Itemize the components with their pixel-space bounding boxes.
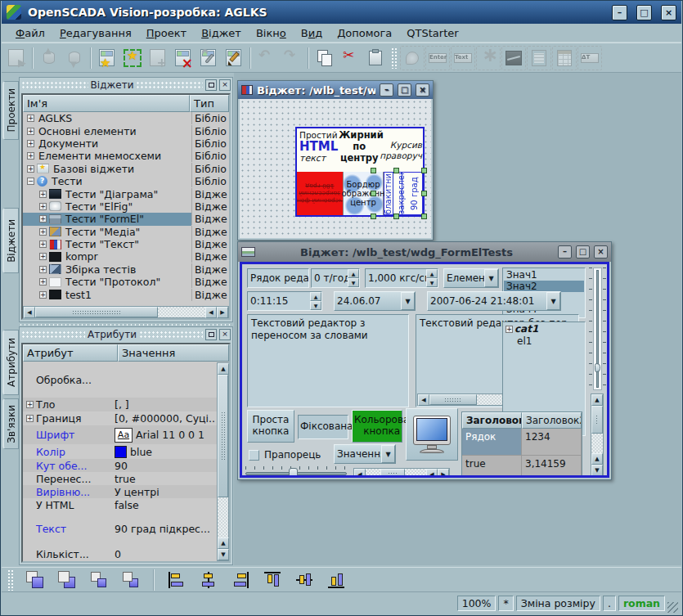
italic-right-text-cell[interactable]: Курсив праворуч [380,128,423,172]
widget-tree-item[interactable]: +Тести "FormEl"Відже [23,213,229,225]
selection-handle-icon[interactable] [371,191,376,196]
widget-tree-item[interactable]: +Основні елементиБібліо [23,124,229,137]
attribute-name[interactable]: Кут обе... [23,460,115,472]
scrollbar-thumb[interactable] [591,406,603,434]
tree-expander-icon[interactable]: + [27,128,34,135]
dropdown-arrow-icon[interactable]: ▼ [484,269,498,287]
spin-up-icon[interactable]: ▲ [426,269,438,278]
tree-item-content[interactable]: +Тести "Протокол" [23,276,191,288]
tree-expander-icon[interactable]: + [506,326,513,333]
spin-up-icon[interactable]: ▲ [348,269,359,278]
widget-tree-item[interactable]: +AGLKSБібліо [23,112,229,124]
rise-to-top-button[interactable] [23,568,47,592]
zoom-level[interactable]: 100% [457,596,497,611]
scrollbar-track[interactable] [218,497,228,537]
paste-item-button[interactable] [363,46,388,70]
attribute-row[interactable]: Кут обе...90 [23,459,229,472]
align-v-center-button[interactable] [292,568,317,592]
attribute-value[interactable]: 90 [115,460,216,472]
widget-tree-item[interactable]: +Тести "ElFig"Відже [23,200,229,213]
vertical-texts-cell[interactable]: блакитнийзакреслен90 град [384,172,423,215]
table-widget[interactable]: Заголовок1Заголовок2Рядок1234true3,14159 [461,411,582,478]
line-edit[interactable]: Рядок редагу [247,268,309,288]
tree-item-content[interactable]: +AGLKS [23,112,191,124]
scroll-up-icon[interactable]: ▲ [591,453,603,465]
mdi-window-text-tests[interactable]: Віджет: /wlb_test/wdg_Tex – □ × Простий … [237,80,434,241]
combo-element[interactable]: Елемент ▼ [443,268,499,288]
tree-item-content[interactable]: +test1 [23,288,191,300]
tree-expander-icon[interactable]: + [39,215,47,223]
panel-drag-texture[interactable] [139,330,203,338]
datetime-combo[interactable]: 2007-06-24 21:48:01 ▼ [427,291,561,311]
selection-handle-icon[interactable] [371,168,376,173]
tree-item-content[interactable]: +Елементи мнемосхеми [23,150,191,162]
scroll-up-icon[interactable]: ▲ [218,363,229,375]
attribute-row[interactable]: Перенес...true [23,472,229,485]
horizontal-slider[interactable] [245,466,347,478]
attribute-name[interactable]: Вирівню... [23,486,115,498]
tree-item-content[interactable]: +Основні елементи [23,124,191,137]
attribute-row[interactable]: +Границя[0, #000000, Суці... [23,411,229,425]
attribute-row[interactable]: Текст90 град підкрес... [23,521,229,536]
table-row[interactable]: Рядок1234 [462,429,582,456]
list-item[interactable]: Знач2 [504,281,584,292]
lib-elfig-button[interactable] [400,46,425,70]
scroll-right-icon[interactable]: ▶ [438,469,449,478]
cut-item-button[interactable]: ✂ [338,46,362,70]
tree-expander-icon[interactable]: + [39,241,47,248]
attribute-value[interactable]: [0, #000000, Суці... [115,412,216,425]
attribute-name[interactable]: Шрифт [23,429,115,441]
tree-item-content[interactable]: +Тести "ElFig" [23,200,191,213]
lib-diagram-button[interactable] [501,46,526,70]
scroll-left-icon[interactable]: ◀ [205,307,217,318]
table-cell[interactable]: true [462,456,522,478]
float-panel-icon[interactable] [205,79,217,91]
tree-expander-icon[interactable]: + [39,266,47,273]
table-row[interactable]: true3,14159 [462,456,582,478]
lib-text-button[interactable]: Text [451,46,475,70]
attribute-name[interactable]: Текст [23,523,115,535]
attribute-row[interactable]: Кількіст...0 [23,547,229,561]
rise-step-button[interactable] [87,568,111,592]
selection-handle-icon[interactable] [393,168,399,173]
plain-html-text-cell[interactable]: Простий HTML текст [297,128,339,172]
menu-item-1[interactable]: Файл [8,25,52,41]
spinbox-pressure[interactable]: 1,000 кгс/см2 ▲▼ [365,268,438,288]
attribute-value[interactable]: У центрі [115,486,216,498]
vertical-text[interactable]: блакитний [384,172,397,215]
selection-handle-icon[interactable] [393,214,399,219]
simple-button[interactable]: Проста кнопка [247,410,294,443]
selection-handle-icon[interactable] [421,191,427,196]
tree-node-cat1[interactable]: +cat1 [504,323,584,335]
tree-expander-icon[interactable]: + [39,291,47,299]
align-bottom-button[interactable] [324,568,348,592]
checkbox-field[interactable]: Прапорець [249,449,321,461]
slider-handle-icon[interactable] [595,363,600,372]
attr-expander-icon[interactable]: + [26,415,34,422]
lib-formel-button[interactable]: Enter [425,46,450,70]
tree-expander-icon[interactable]: + [39,203,47,210]
widget-tree-item[interactable]: −?ТестиБібліо [23,175,229,187]
attribute-row[interactable]: +Тло[, ] [23,398,229,411]
formel-test-widget[interactable]: Рядок редагу 0 т/год ▲▼ 1,000 кгс/см2 ▲▼… [240,262,609,478]
maximize-icon[interactable]: □ [636,5,652,20]
close-icon[interactable]: × [416,83,429,97]
red-rotated-text-cell[interactable]: червоний фонзакреслений180 град [297,172,343,215]
scroll-left-icon[interactable]: ◀ [354,469,366,478]
minimize-icon[interactable]: – [558,245,572,259]
widget-tree-item[interactable]: +Елементи мнемосхемиБібліо [23,150,229,162]
sidebar-tab-Атрибути[interactable]: Атрибути [2,330,19,395]
load-from-db-button[interactable]: ▲ [37,46,61,70]
tree-expander-icon[interactable]: + [27,165,34,173]
item-edit-button[interactable] [222,46,246,70]
list-item[interactable]: Знач1 [504,269,584,281]
tree-item-content[interactable]: +Тести "FormEl" [23,213,191,225]
align-right-button[interactable] [228,568,253,592]
attribute-value[interactable]: false [115,499,216,511]
spin-down-icon[interactable]: ▼ [426,278,438,287]
widget-tree-item[interactable]: +Тести "Діаграма"Відже [23,187,229,200]
widget-tree-item[interactable]: +test1Відже [23,288,229,300]
current-user[interactable]: roman [618,596,665,611]
lib-protocol-button[interactable] [527,46,551,70]
sidebar-tab-Зв'язки[interactable]: Зв'язки [2,398,19,449]
